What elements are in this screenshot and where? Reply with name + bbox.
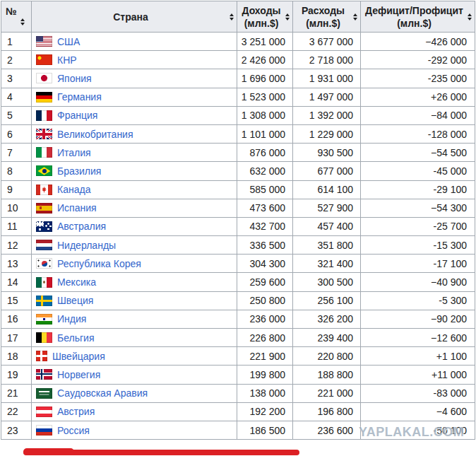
country-link[interactable]: Норвегия bbox=[57, 369, 100, 380]
sort-icon[interactable] bbox=[285, 13, 290, 21]
income-cell: 336 500 bbox=[237, 236, 293, 255]
sort-icon[interactable] bbox=[20, 18, 25, 25]
expense-cell: 351 800 bbox=[293, 236, 361, 255]
row-number-cell: 11 bbox=[1, 217, 32, 235]
balance-cell: -17 100 bbox=[361, 255, 475, 273]
row-number-cell: 10 bbox=[1, 199, 32, 217]
income-cell: 138 000 bbox=[237, 384, 293, 402]
country-cell: Индия bbox=[32, 310, 237, 328]
table-row: 17 Бельгия 226 800 239 400 −12 600 bbox=[1, 329, 475, 347]
country-flag-icon bbox=[36, 332, 52, 343]
country-flag-icon bbox=[36, 110, 52, 121]
country-link[interactable]: КНР bbox=[57, 54, 77, 66]
country-cell: Россия bbox=[32, 421, 237, 439]
country-link[interactable]: Бельгия bbox=[57, 332, 94, 344]
country-flag-icon bbox=[36, 129, 52, 139]
country-link[interactable]: Бразилия bbox=[57, 165, 101, 177]
expense-cell: 2 718 000 bbox=[293, 51, 361, 69]
income-cell: 192 200 bbox=[237, 402, 293, 421]
country-link[interactable]: Саудовская Аравия bbox=[57, 387, 148, 399]
table-row: 12 Нидерланды 336 500 351 800 -15 300 bbox=[1, 236, 475, 255]
column-header-income-label-line1: Доходы bbox=[240, 4, 282, 17]
income-cell: 3 251 000 bbox=[237, 33, 293, 51]
country-flag-icon bbox=[36, 73, 52, 83]
country-link[interactable]: Испания bbox=[57, 202, 97, 214]
expense-cell: 3 677 000 bbox=[293, 33, 361, 51]
country-cell: Италия bbox=[32, 144, 237, 162]
countries-budget-table: № Страна Доходы (млн.$) Расходы (млн.$) bbox=[1, 1, 475, 440]
income-cell: 1 101 000 bbox=[237, 124, 293, 143]
country-flag-icon bbox=[36, 54, 52, 65]
table-row: 1 США 3 251 000 3 677 000 −426 000 bbox=[1, 33, 475, 51]
country-link[interactable]: Франция bbox=[57, 110, 97, 121]
country-flag-icon bbox=[36, 185, 52, 195]
country-link[interactable]: Нидерланды bbox=[57, 240, 116, 251]
country-link[interactable]: Швеция bbox=[57, 295, 93, 306]
row-number-cell: 3 bbox=[1, 69, 32, 88]
sort-icon[interactable] bbox=[468, 13, 472, 21]
table-row: 7 Италия 876 000 930 500 −54 500 bbox=[1, 144, 475, 162]
sort-icon[interactable] bbox=[353, 13, 357, 21]
country-link[interactable]: Россия bbox=[57, 425, 90, 436]
country-link[interactable]: Канада bbox=[57, 184, 90, 195]
expense-cell: 239 400 bbox=[293, 329, 361, 347]
column-header-balance-label-line1: Дефицит/Профицит bbox=[364, 4, 465, 17]
row-number-cell: 12 bbox=[1, 236, 32, 255]
income-cell: 186 500 bbox=[237, 421, 293, 439]
expense-cell: 614 100 bbox=[293, 180, 361, 199]
country-link[interactable]: Индия bbox=[57, 313, 86, 325]
table-row: 9 Канада 585 000 614 100 -29 100 bbox=[1, 180, 475, 199]
balance-cell: +1 100 bbox=[361, 347, 475, 366]
country-link[interactable]: Великобритания bbox=[57, 129, 133, 140]
balance-cell: -292 000 bbox=[361, 51, 475, 69]
expense-cell: 220 800 bbox=[293, 347, 361, 366]
balance-cell: −4 600 bbox=[361, 402, 475, 421]
balance-cell: -29 100 bbox=[361, 180, 475, 199]
country-link[interactable]: Республика Корея bbox=[57, 258, 141, 269]
income-cell: 259 600 bbox=[237, 273, 293, 291]
country-flag-icon bbox=[36, 369, 52, 380]
country-cell: Австрия bbox=[32, 402, 237, 421]
column-header-country[interactable]: Страна bbox=[32, 1, 237, 33]
table-row: 10 Испания 473 600 527 900 −54 300 bbox=[1, 199, 475, 217]
header-row: № Страна Доходы (млн.$) Расходы (млн.$) bbox=[1, 1, 475, 33]
country-cell: Бразилия bbox=[32, 162, 237, 180]
country-link[interactable]: Германия bbox=[57, 91, 102, 103]
country-link[interactable]: Япония bbox=[57, 73, 92, 84]
column-header-expense[interactable]: Расходы (млн.$) bbox=[293, 1, 361, 33]
table-row: 14 Мексика 259 600 300 500 −40 900 bbox=[1, 273, 475, 291]
row-number-cell: 19 bbox=[1, 366, 32, 384]
country-flag-icon bbox=[36, 221, 52, 232]
country-link[interactable]: Австрия bbox=[57, 406, 95, 417]
column-header-balance[interactable]: Дефицит/Профицит (млн.$) bbox=[361, 1, 475, 33]
column-header-country-label: Страна bbox=[113, 11, 148, 23]
table-row: 4 Германия 1 523 000 1 497 000 +26 000 bbox=[1, 88, 475, 106]
column-header-number[interactable]: № bbox=[1, 1, 32, 33]
watermark: YAPLAKAL.COM bbox=[359, 425, 464, 440]
country-link[interactable]: Австралия bbox=[57, 221, 106, 232]
column-header-expense-label-line2: (млн.$) bbox=[296, 17, 350, 30]
income-cell: 876 000 bbox=[237, 144, 293, 162]
column-header-income[interactable]: Доходы (млн.$) bbox=[237, 1, 293, 33]
balance-cell: -5 300 bbox=[361, 291, 475, 310]
balance-cell: −426 000 bbox=[361, 33, 475, 51]
balance-cell: -25 700 bbox=[361, 217, 475, 235]
country-link[interactable]: США bbox=[57, 36, 80, 47]
column-header-number-label: № bbox=[6, 6, 17, 17]
country-flag-icon bbox=[36, 407, 52, 417]
table-row: 3 Япония 1 696 000 1 931 000 -235 000 bbox=[1, 69, 475, 88]
table-row: 2 КНР 2 426 000 2 718 000 -292 000 bbox=[1, 51, 475, 69]
balance-cell: -45 000 bbox=[361, 162, 475, 180]
sort-icon[interactable] bbox=[230, 13, 234, 21]
country-link[interactable]: Швейцария bbox=[52, 351, 105, 362]
row-number-cell: 1 bbox=[1, 33, 32, 51]
country-flag-icon bbox=[36, 351, 47, 361]
balance-cell: -128 000 bbox=[361, 124, 475, 143]
country-cell: Испания bbox=[32, 199, 237, 217]
country-link[interactable]: Италия bbox=[57, 147, 91, 158]
country-link[interactable]: Мексика bbox=[57, 276, 96, 288]
expense-cell: 326 200 bbox=[293, 310, 361, 328]
country-cell: Франция bbox=[32, 106, 237, 124]
balance-cell: −40 900 bbox=[361, 273, 475, 291]
country-flag-icon bbox=[36, 165, 52, 176]
